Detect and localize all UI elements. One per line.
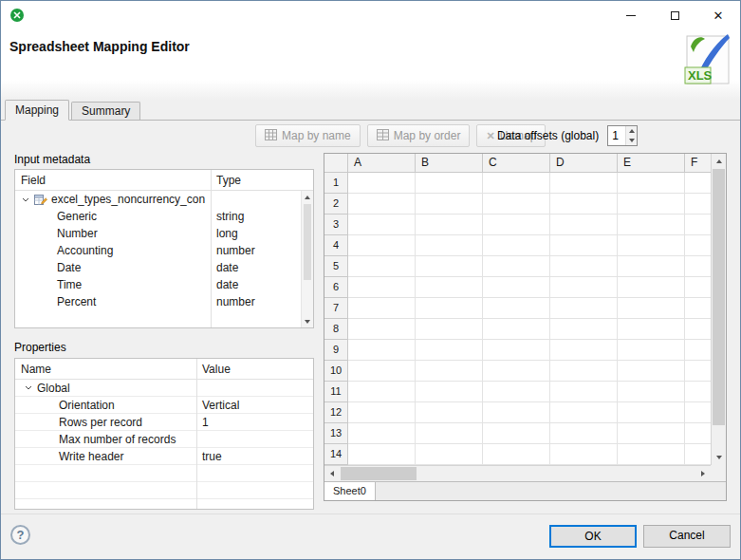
- grid-cell[interactable]: [348, 277, 416, 298]
- grid-cell[interactable]: [416, 256, 483, 277]
- grid-cell[interactable]: [416, 194, 483, 215]
- scroll-up-button[interactable]: [712, 154, 726, 169]
- grid-cell[interactable]: [416, 298, 483, 319]
- grid-cell[interactable]: [416, 173, 483, 194]
- grid-cell[interactable]: [348, 340, 416, 361]
- grid-cell[interactable]: [685, 382, 711, 402]
- metadata-row[interactable]: Datedate: [15, 259, 313, 276]
- grid-cell[interactable]: [550, 361, 618, 382]
- column-divider[interactable]: [196, 359, 197, 509]
- grid-cell[interactable]: [348, 444, 416, 465]
- grid-cell[interactable]: [416, 277, 483, 298]
- grid-cell[interactable]: [618, 235, 685, 256]
- column-header[interactable]: C: [483, 154, 550, 173]
- spinner-down-button[interactable]: [626, 136, 637, 145]
- grid-cell[interactable]: [483, 277, 550, 298]
- column-header[interactable]: A: [348, 154, 416, 173]
- expand-chevron-icon[interactable]: [25, 385, 32, 390]
- type-column-header[interactable]: Type: [211, 170, 313, 190]
- row-header[interactable]: 3: [324, 215, 348, 235]
- grid-cell[interactable]: [348, 319, 416, 340]
- scroll-down-button[interactable]: [712, 450, 726, 465]
- metadata-row[interactable]: Genericstring: [15, 208, 313, 225]
- grid-cell[interactable]: [618, 298, 685, 319]
- grid-cell[interactable]: [550, 173, 618, 194]
- vertical-scrollbar[interactable]: [711, 154, 726, 465]
- grid-cell[interactable]: [618, 215, 685, 235]
- row-header[interactable]: 14: [324, 444, 348, 465]
- grid-cell[interactable]: [550, 402, 618, 423]
- row-header[interactable]: 1: [324, 173, 348, 194]
- grid-cell[interactable]: [550, 319, 618, 340]
- grid-cell[interactable]: [483, 319, 550, 340]
- grid-cell[interactable]: [550, 194, 618, 215]
- grid-cell[interactable]: [618, 277, 685, 298]
- grid-cell[interactable]: [618, 361, 685, 382]
- grid-cell[interactable]: [618, 256, 685, 277]
- row-header[interactable]: 2: [324, 194, 348, 215]
- value-column-header[interactable]: Value: [196, 359, 313, 379]
- grid-cell[interactable]: [550, 382, 618, 402]
- grid-cell[interactable]: [416, 340, 483, 361]
- spinner-up-button[interactable]: [626, 126, 637, 136]
- grid-cell[interactable]: [483, 235, 550, 256]
- sheet-tab[interactable]: Sheet0: [324, 482, 376, 500]
- grid-cell[interactable]: [483, 361, 550, 382]
- grid-cell[interactable]: [416, 382, 483, 402]
- column-divider[interactable]: [211, 170, 212, 327]
- grid-cell[interactable]: [550, 423, 618, 444]
- property-row[interactable]: Write headertrue: [15, 448, 313, 465]
- metadata-row[interactable]: Timedate: [15, 276, 313, 293]
- scroll-right-button[interactable]: [695, 466, 711, 481]
- scroll-left-button[interactable]: [324, 466, 340, 481]
- scrollbar-thumb[interactable]: [304, 204, 311, 280]
- column-header[interactable]: F: [685, 154, 711, 173]
- grid-cell[interactable]: [348, 194, 416, 215]
- grid-cell[interactable]: [685, 361, 711, 382]
- grid-cell[interactable]: [416, 444, 483, 465]
- grid-cell[interactable]: [550, 340, 618, 361]
- grid-cell[interactable]: [348, 256, 416, 277]
- grid-cell[interactable]: [618, 319, 685, 340]
- select-all-corner[interactable]: [324, 154, 348, 173]
- row-header[interactable]: 12: [324, 402, 348, 423]
- grid-cell[interactable]: [483, 402, 550, 423]
- scrollbar-thumb[interactable]: [341, 467, 417, 480]
- grid-cell[interactable]: [483, 444, 550, 465]
- property-row[interactable]: Rows per record1: [15, 414, 313, 431]
- grid-cell[interactable]: [685, 256, 711, 277]
- grid-cell[interactable]: [483, 298, 550, 319]
- row-header[interactable]: 7: [324, 298, 348, 319]
- grid-cell[interactable]: [618, 382, 685, 402]
- ok-button[interactable]: OK: [549, 525, 637, 548]
- metadata-row[interactable]: Accountingnumber: [15, 242, 313, 259]
- grid-cell[interactable]: [685, 235, 711, 256]
- grid-cell[interactable]: [685, 444, 711, 465]
- metadata-row[interactable]: Numberlong: [15, 225, 313, 242]
- minimize-button[interactable]: [609, 1, 653, 29]
- grid-cell[interactable]: [550, 298, 618, 319]
- grid-cell[interactable]: [618, 444, 685, 465]
- grid-cell[interactable]: [416, 361, 483, 382]
- map-by-name-button[interactable]: Map by name: [255, 124, 361, 147]
- grid-cell[interactable]: [348, 235, 416, 256]
- grid-cell[interactable]: [550, 277, 618, 298]
- map-by-order-button[interactable]: Map by order: [367, 124, 471, 147]
- grid-cell[interactable]: [618, 173, 685, 194]
- column-header[interactable]: D: [550, 154, 618, 173]
- row-header[interactable]: 8: [324, 319, 348, 340]
- scroll-up-button[interactable]: [302, 191, 313, 203]
- grid-cell[interactable]: [550, 215, 618, 235]
- grid-cell[interactable]: [348, 173, 416, 194]
- grid-cell[interactable]: [618, 402, 685, 423]
- grid-cell[interactable]: [483, 256, 550, 277]
- grid-cell[interactable]: [348, 298, 416, 319]
- grid-cell[interactable]: [685, 340, 711, 361]
- grid-cell[interactable]: [483, 215, 550, 235]
- row-header[interactable]: 6: [324, 277, 348, 298]
- row-header[interactable]: 11: [324, 382, 348, 402]
- grid-cell[interactable]: [416, 235, 483, 256]
- grid-cell[interactable]: [416, 319, 483, 340]
- properties-root-row[interactable]: Global: [15, 380, 313, 397]
- tab-mapping[interactable]: Mapping: [5, 100, 69, 121]
